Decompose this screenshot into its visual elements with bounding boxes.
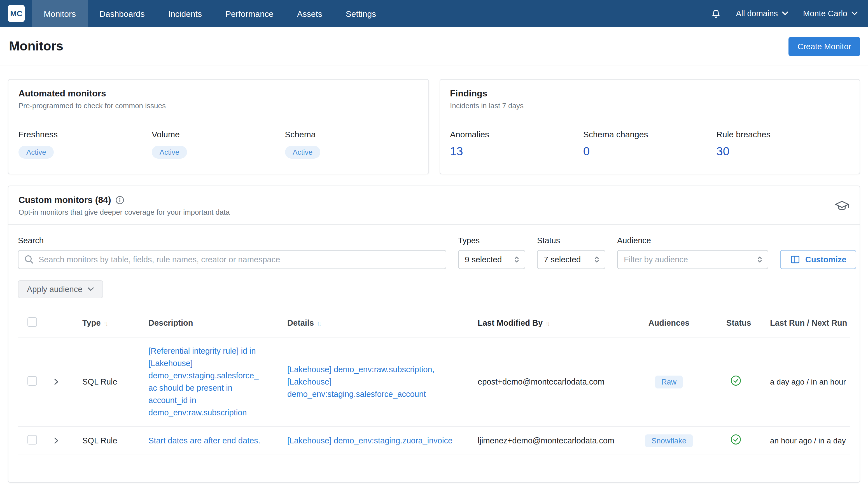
column-label: Details — [287, 318, 314, 327]
expand-row-icon[interactable] — [53, 437, 59, 445]
findings-subtitle: Incidents in last 7 days — [450, 102, 849, 110]
info-icon[interactable] — [116, 196, 125, 205]
apply-audience-label: Apply audience — [27, 285, 82, 294]
status-badge: Active — [285, 146, 320, 159]
last-modified-by: ljimenez+demo@montecarlodata.com — [465, 436, 629, 445]
unfold-chevrons-icon — [513, 255, 520, 264]
primary-nav: Monitors Dashboards Incidents Performanc… — [32, 0, 388, 27]
monitor-details-link[interactable]: [Lakehouse] demo_env:raw.subscription, [… — [287, 363, 454, 400]
automated-monitors-header: Automated monitors Pre-programmed to che… — [8, 80, 428, 118]
metric-label: Anomalies — [450, 130, 583, 139]
monitors-table: Type↑↓ Description Details↑↓ Last Modifi… — [18, 308, 850, 455]
automated-monitor-schema: Schema Active — [285, 130, 418, 159]
unfold-chevrons-icon — [593, 255, 600, 264]
column-label: Type — [82, 318, 101, 327]
nav-item-incidents[interactable]: Incidents — [157, 0, 214, 27]
chevron-down-icon — [782, 11, 788, 16]
nav-item-assets[interactable]: Assets — [285, 0, 334, 27]
monitor-label: Volume — [152, 130, 285, 139]
metric-label: Schema changes — [583, 130, 716, 139]
sort-icon: ↑↓ — [103, 320, 107, 326]
search-input[interactable] — [18, 250, 446, 269]
finding-anomalies: Anomalies 13 — [450, 130, 583, 158]
column-header-details[interactable]: Details↑↓ — [274, 318, 465, 327]
automated-monitors-title: Automated monitors — [19, 89, 418, 99]
learning-graduation-cap-icon[interactable] — [834, 199, 849, 212]
notifications-bell-icon[interactable] — [711, 8, 721, 19]
nav-item-monitors[interactable]: Monitors — [32, 0, 88, 27]
monitor-description-link[interactable]: [Referential integrity rule] id in [Lake… — [148, 345, 261, 419]
page-header: Monitors Create Monitor — [0, 27, 868, 66]
metric-label: Rule breaches — [716, 130, 849, 139]
column-label: Status — [726, 318, 751, 327]
automated-monitors-body: Freshness Active Volume Active Schema Ac… — [8, 118, 428, 174]
column-header-type[interactable]: Type↑↓ — [69, 318, 135, 327]
table-header-row: Type↑↓ Description Details↑↓ Last Modifi… — [18, 308, 850, 338]
expand-row-icon[interactable] — [53, 378, 59, 385]
audience-badge: Snowflake — [645, 434, 693, 447]
status-select[interactable]: 7 selected — [537, 250, 606, 269]
monitor-label: Freshness — [19, 130, 152, 139]
app-logo[interactable]: MC — [8, 5, 25, 22]
types-select[interactable]: 9 selected — [458, 250, 525, 269]
metric-value: 13 — [450, 145, 583, 158]
nav-item-dashboards[interactable]: Dashboards — [88, 0, 157, 27]
table-row: SQL Rule Start dates are after end dates… — [18, 427, 850, 455]
findings-body: Anomalies 13 Schema changes 0 Rule breac… — [440, 118, 860, 173]
column-label: Last Modified By — [478, 318, 542, 327]
domain-selector[interactable]: All domains — [736, 9, 788, 18]
main-content: Automated monitors Pre-programmed to che… — [0, 79, 868, 483]
monitor-type: SQL Rule — [69, 377, 135, 386]
nav-item-settings[interactable]: Settings — [334, 0, 388, 27]
monitor-label: Schema — [285, 130, 418, 139]
nav-item-performance[interactable]: Performance — [214, 0, 285, 27]
apply-audience-button[interactable]: Apply audience — [18, 280, 103, 298]
domain-selector-label: All domains — [736, 9, 778, 18]
monitor-details-link[interactable]: [Lakehouse] demo_env:staging.zuora_invoi… — [287, 434, 453, 447]
column-label: Audiences — [649, 318, 690, 327]
audience-filter: Audience Filter by audience — [617, 236, 768, 269]
column-header-description[interactable]: Description — [135, 318, 274, 327]
audience-select[interactable]: Filter by audience — [617, 250, 768, 269]
findings-title: Findings — [450, 89, 849, 99]
sort-icon: ↑↓ — [546, 320, 549, 326]
audience-select-placeholder: Filter by audience — [624, 255, 688, 264]
row-checkbox[interactable] — [27, 376, 37, 385]
create-monitor-button[interactable]: Create Monitor — [788, 37, 860, 56]
customize-button[interactable]: Customize — [780, 250, 857, 269]
search-label: Search — [18, 236, 446, 245]
chevron-down-icon — [87, 287, 94, 291]
last-modified-by: epost+demo@montecarlodata.com — [465, 377, 629, 386]
status-success-icon — [730, 375, 741, 386]
monitor-filters: Search Types 9 selected — [8, 225, 860, 269]
search-filter: Search — [18, 236, 446, 269]
metric-value: 0 — [583, 145, 716, 158]
custom-monitors-title: Custom monitors (84) — [19, 195, 111, 205]
last-run-next-run: an hour ago / in a day — [752, 436, 851, 445]
customize-label: Customize — [805, 255, 846, 264]
column-header-last-modified-by[interactable]: Last Modified By↑↓ — [465, 318, 629, 327]
status-badge: Active — [19, 146, 54, 159]
automated-monitor-volume: Volume Active — [152, 130, 285, 159]
monitor-type: SQL Rule — [69, 436, 135, 445]
column-label: Last Run / Next Run — [770, 318, 847, 327]
status-label: Status — [537, 236, 606, 245]
search-icon — [24, 255, 34, 267]
customize-columns-icon — [790, 255, 800, 264]
page-title: Monitors — [9, 39, 63, 54]
top-navbar: MC Monitors Dashboards Incidents Perform… — [0, 0, 868, 27]
summary-cards-row: Automated monitors Pre-programmed to che… — [8, 79, 860, 174]
custom-monitors-card: Custom monitors (84) Opt-in monitors tha… — [8, 185, 860, 483]
column-label: Description — [148, 318, 193, 327]
monitor-description-link[interactable]: Start dates are after end dates. — [148, 434, 260, 447]
status-select-value: 7 selected — [544, 255, 581, 264]
account-menu[interactable]: Monte Carlo — [803, 9, 858, 18]
metric-value: 30 — [716, 145, 849, 158]
chevron-down-icon — [851, 11, 858, 16]
row-checkbox[interactable] — [27, 435, 37, 444]
audience-label: Audience — [617, 236, 768, 245]
column-header-status: Status — [709, 318, 752, 327]
column-header-audiences: Audiences — [629, 318, 709, 327]
table-row: SQL Rule [Referential integrity rule] id… — [18, 338, 850, 427]
select-all-checkbox[interactable] — [27, 317, 37, 326]
